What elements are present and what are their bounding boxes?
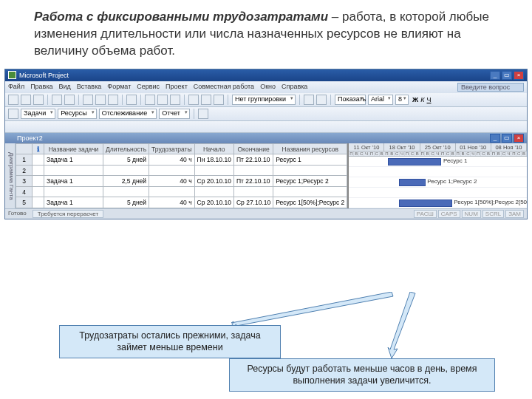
col-dur: Длительность (103, 143, 149, 154)
gantt-row (349, 188, 527, 198)
task-grid[interactable]: ℹ Название задачи Длительность Трудозатр… (16, 143, 347, 208)
col-work: Трудозатраты (149, 143, 195, 154)
gantt-bar[interactable] (388, 158, 441, 166)
italic-button[interactable]: К (420, 96, 424, 103)
app-title: Microsoft Project (19, 72, 69, 79)
tb-preview-icon[interactable] (64, 95, 75, 105)
doc-icon (8, 134, 15, 141)
work-area: Диаграмма Ганта ℹ Название задачи Длител… (5, 143, 527, 208)
menu-view[interactable]: Вид (59, 83, 71, 92)
col-res: Названия ресурсов (273, 143, 347, 154)
doc-max-button[interactable]: ▭ (502, 134, 512, 143)
table-row[interactable]: 2 (16, 165, 347, 176)
tb-print-icon[interactable] (52, 95, 62, 105)
col-row (16, 143, 33, 154)
doc-close-button[interactable]: × (514, 134, 524, 143)
gantt-row: Ресурс 1 (349, 157, 527, 167)
tb-link-icon[interactable] (145, 95, 155, 105)
font-dropdown[interactable]: Arial (368, 95, 393, 105)
caption-bold: Работа с фиксированными трудозатратами (34, 10, 328, 24)
tb-save-icon[interactable] (33, 95, 44, 105)
tb-new-icon[interactable] (8, 95, 18, 105)
tb-goto-icon[interactable] (316, 95, 327, 105)
table-row[interactable]: 3Задача 12,5 дней40 чСр 20.10.10Пт 22.10… (16, 176, 347, 187)
titlebar: Microsoft Project _ ▭ × (5, 69, 527, 81)
tb-open-icon[interactable] (21, 95, 31, 105)
minimize-button[interactable]: _ (490, 71, 500, 80)
underline-button[interactable]: Ч (427, 96, 432, 103)
menu-tools[interactable]: Сервис (137, 83, 160, 92)
statusbar: Готово Требуется перерасчет РАСШCAPSNUMS… (5, 208, 527, 219)
slide-caption: Работа с фиксированными трудозатратами –… (0, 0, 532, 66)
status-indicator: SCRL (482, 210, 504, 218)
table-row[interactable]: 5Задача 15 дней40 чСр 20.10.10Ср 27.10.1… (16, 197, 347, 208)
tb-split-icon[interactable] (170, 95, 180, 105)
grouping-dropdown[interactable]: Нет группировки (232, 95, 296, 105)
app-icon (8, 71, 16, 79)
resources-dropdown[interactable]: Ресурсы (58, 109, 97, 119)
col-name: Название задачи (44, 143, 103, 154)
gantt-bar[interactable] (399, 200, 452, 207)
tb-info-icon[interactable] (188, 95, 199, 105)
menu-edit[interactable]: Правка (30, 83, 52, 92)
menu-insert[interactable]: Вставка (77, 83, 101, 92)
gantt-row: Ресурс 1[50%];Ресурс 2[50%] (349, 198, 527, 208)
menubar: Файл Правка Вид Вставка Формат Сервис Пр… (5, 81, 527, 93)
menu-window[interactable]: Окно (260, 83, 276, 92)
menu-format[interactable]: Формат (107, 83, 131, 92)
callout-2: Ресурсы будут работать меньше часов в де… (229, 358, 495, 392)
callout2-arrow (369, 292, 421, 362)
menu-collab[interactable]: Совместная работа (194, 83, 254, 92)
app-window: Microsoft Project _ ▭ × Файл Правка Вид … (4, 69, 528, 219)
status-indicator: NUM (462, 210, 481, 218)
gantt-bar-label: Ресурс 1 (443, 157, 467, 164)
status-indicator: РАСШ (414, 210, 437, 218)
tb-note-icon[interactable] (201, 95, 211, 105)
tb-paste-icon[interactable] (108, 95, 118, 105)
tb-extra-icon[interactable] (198, 109, 208, 119)
status-ready: Готово (8, 210, 27, 218)
status-recalc: Требуется перерасчет (33, 210, 103, 218)
tb-undo-icon[interactable] (126, 95, 137, 105)
menu-file[interactable]: Файл (8, 83, 24, 92)
doc-min-button[interactable]: _ (490, 134, 500, 143)
col-info-icon: ℹ (33, 143, 44, 154)
help-search[interactable]: Введите вопрос (457, 83, 524, 92)
toolbar-main: Нет группировки Показать Arial 8 Ж К Ч (5, 93, 527, 107)
bold-button[interactable]: Ж (412, 96, 418, 103)
gantt-bar-label: Ресурс 1[50%];Ресурс 2[50%] (454, 199, 527, 205)
doc-titlebar: Проект2 _ ▭ × (5, 133, 527, 143)
tb-cut-icon[interactable] (83, 95, 93, 105)
gantt-row (349, 167, 527, 177)
tb-view-icon[interactable] (8, 109, 18, 119)
tb-copy-icon[interactable] (95, 95, 106, 105)
gantt-bar-label: Ресурс 1;Ресурс 2 (427, 178, 477, 185)
tb-unlink-icon[interactable] (157, 95, 168, 105)
callout-1: Трудозатраты остались прежними, задача з… (59, 325, 281, 358)
toolbar-view: Задачи Ресурсы Отслеживание Отчет (5, 107, 527, 121)
formula-bar[interactable] (5, 121, 527, 133)
size-dropdown[interactable]: 8 (395, 95, 409, 105)
col-start: Начало (194, 143, 233, 154)
close-button[interactable]: × (514, 71, 524, 80)
doc-title: Проект2 (17, 134, 43, 142)
gantt-chart[interactable]: 11 Окт '1018 Окт '1025 Окт '1001 Ноя '10… (347, 143, 527, 208)
report-dropdown[interactable]: Отчет (159, 109, 190, 119)
gantt-bar[interactable] (399, 179, 426, 186)
side-tab-gantt[interactable]: Диаграмма Ганта (5, 143, 16, 208)
tb-assign-icon[interactable] (214, 95, 224, 105)
menu-project[interactable]: Проект (166, 83, 188, 92)
maximize-button[interactable]: ▭ (502, 71, 512, 80)
tasks-dropdown[interactable]: Задачи (21, 109, 55, 119)
menu-help[interactable]: Справка (282, 83, 307, 92)
gantt-row: Ресурс 1;Ресурс 2 (349, 177, 527, 188)
status-indicator: CAPS (438, 210, 460, 218)
svg-marker-1 (388, 292, 415, 358)
status-indicator: ЗАМ (505, 210, 524, 218)
track-dropdown[interactable]: Отслеживание (99, 109, 157, 119)
table-row[interactable]: 4 (16, 186, 347, 197)
col-end: Окончание (233, 143, 273, 154)
table-row[interactable]: 1Задача 15 дней40 чПн 18.10.10Пт 22.10.1… (16, 154, 347, 166)
tb-zoom-icon[interactable] (304, 95, 314, 105)
show-dropdown[interactable]: Показать (335, 95, 366, 105)
